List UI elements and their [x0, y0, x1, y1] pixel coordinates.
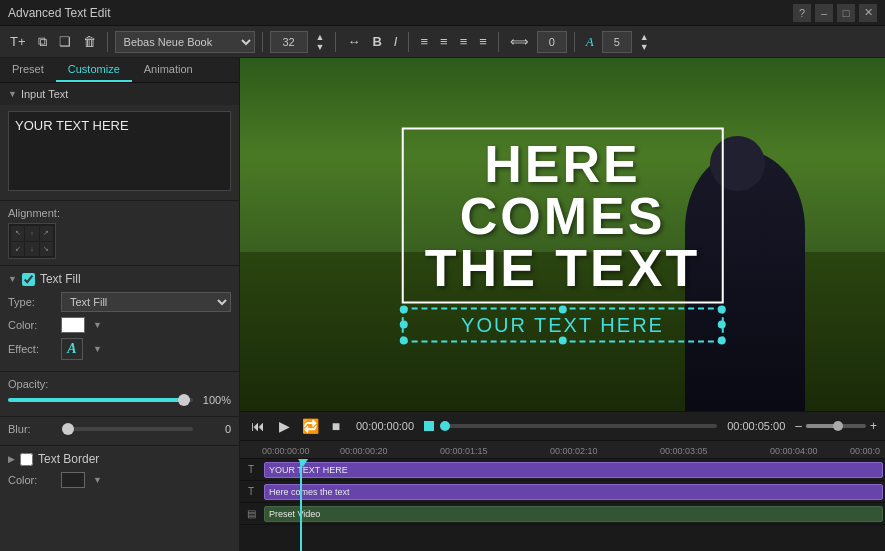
- align-left-button[interactable]: ≡: [416, 32, 432, 51]
- align-right-button[interactable]: ≡: [456, 32, 472, 51]
- tab-preset[interactable]: Preset: [0, 58, 56, 82]
- border-color-label: Color:: [8, 474, 53, 486]
- effect-button[interactable]: A: [61, 338, 83, 360]
- handle-top-right[interactable]: [718, 305, 726, 313]
- minimize-button[interactable]: –: [815, 4, 833, 22]
- align-center-button[interactable]: ≡: [436, 32, 452, 51]
- align-bottom-left[interactable]: ↙: [11, 242, 24, 257]
- handle-bottom-middle[interactable]: [559, 336, 567, 344]
- tracking-button[interactable]: ↔: [343, 32, 364, 51]
- tab-bar: Preset Customize Animation: [0, 58, 239, 83]
- separator-6: [574, 32, 575, 52]
- font-size-up[interactable]: ▲▼: [312, 30, 329, 54]
- help-button[interactable]: ?: [793, 4, 811, 22]
- loop-button[interactable]: 🔁: [300, 416, 320, 436]
- clip-0[interactable]: YOUR TEXT HERE: [264, 462, 883, 478]
- input-text-area: YOUR TEXT HERE: [0, 105, 239, 201]
- ruler-mark-1: 00:00:00:20: [340, 446, 388, 456]
- overlay-sub-text-box[interactable]: YOUR TEXT HERE: [401, 307, 724, 342]
- ruler-mark-0: 00:00:00:00: [262, 446, 310, 456]
- font-family-select[interactable]: Bebas Neue Book: [115, 31, 255, 53]
- input-text-header[interactable]: ▼ Input Text: [0, 83, 239, 105]
- separator-2: [262, 32, 263, 52]
- blur-thumb[interactable]: [62, 423, 74, 435]
- alignment-section: Alignment: ↖ ↑ ↗ ↙ ↓ ↘: [0, 201, 239, 266]
- effect-dropdown-arrow[interactable]: ▼: [93, 344, 102, 354]
- text-fill-arrow: ▼: [8, 274, 17, 284]
- zoom-in-button[interactable]: +: [870, 419, 877, 433]
- align-bottom-center[interactable]: ↓: [25, 242, 38, 257]
- effect-label: Effect:: [8, 343, 53, 355]
- blur-track[interactable]: [62, 427, 193, 431]
- add-text-button[interactable]: T+: [6, 32, 30, 51]
- text-border-checkbox[interactable]: [20, 453, 33, 466]
- ruler-mark-5: 00:00:04:00: [770, 446, 818, 456]
- align-top-right[interactable]: ↗: [40, 226, 53, 241]
- track-icon-0: T: [240, 464, 262, 475]
- spacing-button[interactable]: ⟺: [506, 32, 533, 51]
- border-color-row: Color: ▼: [8, 472, 231, 488]
- color-row: Color: ▼: [8, 317, 231, 333]
- opacity-value: 100%: [199, 394, 231, 406]
- color-swatch[interactable]: [61, 317, 85, 333]
- progress-thumb[interactable]: [440, 421, 450, 431]
- ruler-mark-4: 00:00:03:05: [660, 446, 708, 456]
- play-button[interactable]: ▶: [274, 416, 294, 436]
- bold-button[interactable]: B: [368, 32, 385, 51]
- handle-top-left[interactable]: [399, 305, 407, 313]
- opacity-track[interactable]: [8, 398, 193, 402]
- text-effect-value[interactable]: [602, 31, 632, 53]
- text-fill-checkbox[interactable]: [22, 273, 35, 286]
- separator-1: [107, 32, 108, 52]
- border-dropdown-arrow[interactable]: ▼: [93, 475, 102, 485]
- text-effect-button[interactable]: A: [582, 32, 598, 52]
- opacity-row: Opacity:: [8, 378, 231, 390]
- tab-customize[interactable]: Customize: [56, 58, 132, 82]
- zoom-controls: – +: [795, 419, 877, 433]
- copy-button[interactable]: ⧉: [34, 32, 51, 52]
- zoom-thumb[interactable]: [833, 421, 843, 431]
- text-border-arrow: ▶: [8, 454, 15, 464]
- handle-top-middle[interactable]: [559, 305, 567, 313]
- delete-button[interactable]: 🗑: [79, 32, 100, 51]
- ruler-mark-3: 00:00:02:10: [550, 446, 598, 456]
- close-button[interactable]: ✕: [859, 4, 877, 22]
- handle-bottom-right[interactable]: [718, 336, 726, 344]
- zoom-slider[interactable]: [806, 424, 866, 428]
- opacity-thumb[interactable]: [178, 394, 190, 406]
- handle-bottom-left[interactable]: [399, 336, 407, 344]
- restore-button[interactable]: □: [837, 4, 855, 22]
- align-bottom-right[interactable]: ↘: [40, 242, 53, 257]
- separator-3: [335, 32, 336, 52]
- clip-1[interactable]: Here comes the text: [264, 484, 883, 500]
- align-top-center[interactable]: ↑: [25, 226, 38, 241]
- handle-middle-left[interactable]: [399, 321, 407, 329]
- justify-button[interactable]: ≡: [475, 32, 491, 51]
- text-fill-header: ▼ Text Fill: [8, 272, 231, 286]
- track-row-1: T Here comes the text: [240, 481, 885, 503]
- italic-button[interactable]: I: [390, 32, 402, 51]
- text-border-header: ▶ Text Border: [8, 452, 231, 466]
- align-top-left[interactable]: ↖: [11, 226, 24, 241]
- text-input[interactable]: YOUR TEXT HERE: [8, 111, 231, 191]
- tab-animation[interactable]: Animation: [132, 58, 205, 82]
- clip-2[interactable]: Preset Video: [264, 506, 883, 522]
- stop-button[interactable]: ■: [326, 416, 346, 436]
- text-effect-up[interactable]: ▲▼: [636, 30, 653, 54]
- font-size-input[interactable]: [270, 31, 308, 53]
- zoom-out-button[interactable]: –: [795, 419, 802, 433]
- ruler-mark-2: 00:00:01:15: [440, 446, 488, 456]
- border-color-swatch[interactable]: [61, 472, 85, 488]
- main-layout: Preset Customize Animation ▼ Input Text …: [0, 58, 885, 551]
- handle-middle-right[interactable]: [718, 321, 726, 329]
- opacity-input[interactable]: [537, 31, 567, 53]
- progress-track[interactable]: [440, 424, 717, 428]
- type-select[interactable]: Text Fill: [61, 292, 231, 312]
- track-content-2: Preset Video: [262, 506, 885, 522]
- color-dropdown-arrow[interactable]: ▼: [93, 320, 102, 330]
- separator-4: [408, 32, 409, 52]
- opacity-label: Opacity:: [8, 378, 48, 390]
- title-bar-controls: ? – □ ✕: [793, 4, 877, 22]
- skip-start-button[interactable]: ⏮: [248, 416, 268, 436]
- paste-button[interactable]: ❑: [55, 32, 75, 51]
